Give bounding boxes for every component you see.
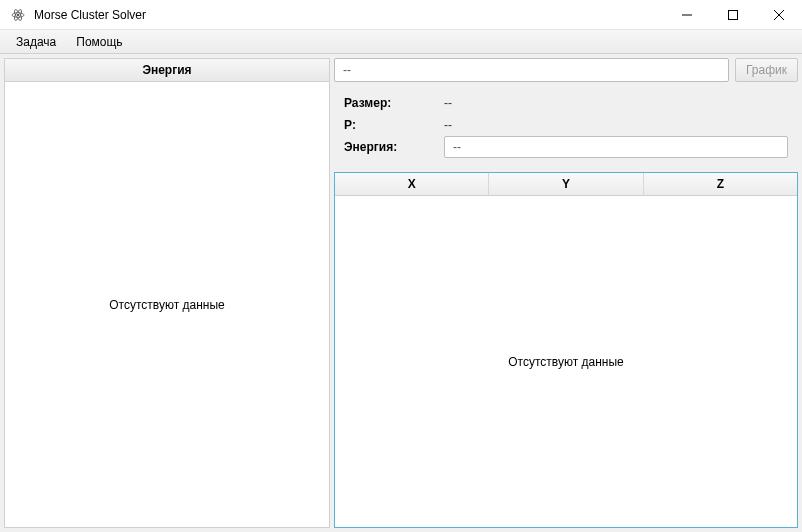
app-icon	[10, 7, 26, 23]
p-value: --	[444, 118, 452, 132]
menu-help[interactable]: Помощь	[66, 30, 132, 53]
menu-bar: Задача Помощь	[0, 30, 802, 54]
content-area: Энергия Отсутствуют данные График Размер…	[0, 54, 802, 532]
coordinates-table: X Y Z Отсутствуют данные	[334, 172, 798, 528]
window-title: Morse Cluster Solver	[34, 8, 146, 22]
close-button[interactable]	[756, 0, 802, 30]
energy-input[interactable]	[444, 136, 788, 158]
size-label: Размер:	[344, 96, 444, 110]
info-grid: Размер: -- P: -- Энергия:	[334, 86, 798, 168]
column-z[interactable]: Z	[644, 173, 797, 195]
graph-button[interactable]: График	[735, 58, 798, 82]
size-value: --	[444, 96, 452, 110]
column-y[interactable]: Y	[489, 173, 643, 195]
energy-list-header: Энергия	[5, 59, 329, 82]
svg-rect-5	[729, 11, 738, 20]
energy-label: Энергия:	[344, 140, 444, 154]
column-x[interactable]: X	[335, 173, 489, 195]
title-bar: Morse Cluster Solver	[0, 0, 802, 30]
p-label: P:	[344, 118, 444, 132]
energy-list-panel: Энергия Отсутствуют данные	[4, 58, 330, 528]
energy-list-empty: Отсутствуют данные	[5, 82, 329, 527]
window-controls	[664, 0, 802, 29]
table-header: X Y Z	[335, 173, 797, 196]
minimize-button[interactable]	[664, 0, 710, 30]
cluster-name-input[interactable]	[334, 58, 729, 82]
table-empty: Отсутствуют данные	[335, 196, 797, 527]
menu-task[interactable]: Задача	[6, 30, 66, 53]
details-panel: График Размер: -- P: -- Энергия: X Y Z О…	[334, 58, 798, 528]
svg-point-0	[17, 13, 19, 15]
maximize-button[interactable]	[710, 0, 756, 30]
